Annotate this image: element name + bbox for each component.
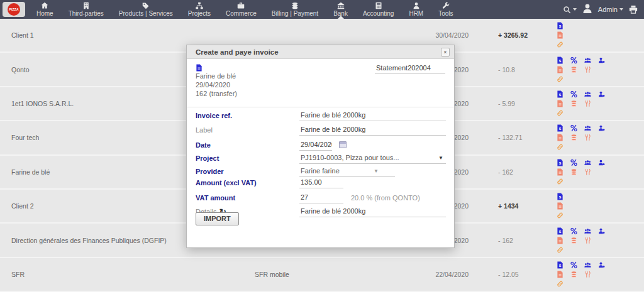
user-circle-icon[interactable] <box>598 57 605 64</box>
coins-icon[interactable] <box>570 271 577 278</box>
nav-item-home[interactable]: Home <box>29 0 61 19</box>
nav-item-commerce[interactable]: Commerce <box>218 0 264 19</box>
user-circle-icon[interactable] <box>598 124 605 132</box>
percent-icon[interactable] <box>570 57 577 64</box>
coins-icon[interactable] <box>570 168 577 176</box>
invoice-dollar-icon[interactable] <box>557 22 564 30</box>
thirdparty-name[interactable]: Four tech <box>11 134 39 141</box>
project-select[interactable]: PJ1910-0003, Pizza pour tous... ▼ <box>299 153 446 164</box>
users-icon[interactable] <box>584 90 591 98</box>
print-button[interactable] <box>629 5 638 14</box>
thirdparty-name[interactable]: Qonto <box>11 66 30 73</box>
users-icon[interactable] <box>584 124 591 132</box>
user-circle-icon[interactable] <box>598 159 605 166</box>
percent-icon[interactable] <box>570 227 577 235</box>
users-icon[interactable] <box>584 57 591 64</box>
thirdparty-name[interactable]: Farine de blé <box>11 168 50 176</box>
nav-item-tools[interactable]: Tools <box>431 0 460 19</box>
nav-item-bank[interactable]: Bank <box>326 0 355 19</box>
thirdparty-name[interactable]: Direction générales des Finances Publiqu… <box>11 237 167 244</box>
link-icon[interactable] <box>557 178 564 185</box>
create-invoice-dialog: Create and paye invoice × Farine de blé … <box>186 45 455 248</box>
percent-icon[interactable] <box>570 90 577 98</box>
wrench-icon <box>442 2 450 9</box>
percent-icon[interactable] <box>570 261 577 269</box>
dialog-header[interactable]: Create and paye invoice × <box>187 45 454 59</box>
file-icon[interactable] <box>557 100 564 107</box>
utensils-icon[interactable] <box>584 100 591 107</box>
transaction-date: 22/04/2020 <box>406 271 469 278</box>
invoice-dollar-icon[interactable] <box>557 193 564 200</box>
invoice-dollar-icon[interactable] <box>557 90 564 98</box>
table-row[interactable]: SFR SFR mobile 22/04/2020 - 12.05 <box>0 258 644 292</box>
user-circle-icon[interactable] <box>598 261 605 269</box>
invoice-dollar-icon[interactable] <box>557 57 564 64</box>
link-icon[interactable] <box>557 143 564 151</box>
invoice-dollar-icon[interactable] <box>557 261 564 269</box>
file-icon[interactable] <box>557 66 564 73</box>
thirdparty-name[interactable]: SFR <box>11 271 25 278</box>
details-input[interactable] <box>299 206 446 217</box>
nav-item-accounting[interactable]: Accounting <box>355 0 401 19</box>
close-icon[interactable]: × <box>441 48 450 57</box>
utensils-icon[interactable] <box>584 134 591 141</box>
invoice-dollar-icon[interactable] <box>557 124 564 132</box>
thirdparty-name[interactable]: Client 1 <box>11 31 34 39</box>
utensils-icon[interactable] <box>584 66 591 73</box>
link-icon[interactable] <box>557 109 564 117</box>
user-menu[interactable]: Admin <box>598 6 623 13</box>
invoice-ref-input[interactable] <box>299 110 446 121</box>
link-icon[interactable] <box>557 75 564 83</box>
thirdparty-name[interactable]: Client 2 <box>11 202 34 210</box>
app-logo[interactable]: PIZZA <box>3 2 25 17</box>
nav-item-products-services[interactable]: Products | Services <box>111 0 180 19</box>
nav-item-billing-payment[interactable]: Billing | Payment <box>264 0 326 19</box>
thirdparty-name[interactable]: 1et1 IONOS S.A.R.L. <box>11 100 74 107</box>
nav-item-third-parties[interactable]: Third-parties <box>61 0 111 19</box>
vat-rate-hint: 20.0 % (from QONTO) <box>351 194 420 202</box>
label-input[interactable] <box>299 124 446 136</box>
invoice-dollar-icon[interactable] <box>557 227 564 235</box>
file-icon[interactable] <box>557 237 564 244</box>
link-icon[interactable] <box>557 212 564 219</box>
file-icon[interactable] <box>557 31 564 39</box>
source-transaction-info: Farine de blé 29/04/2020 162 (transfer) <box>196 72 237 98</box>
utensils-icon[interactable] <box>584 168 591 176</box>
percent-icon[interactable] <box>570 159 577 166</box>
date-input[interactable] <box>299 139 332 151</box>
import-button[interactable]: IMPORT <box>196 212 239 225</box>
link-icon[interactable] <box>557 41 564 48</box>
invoice-dollar-icon[interactable] <box>557 159 564 166</box>
link-icon[interactable] <box>557 280 564 288</box>
nav-item-hrm[interactable]: HRM <box>401 0 431 19</box>
utensils-icon[interactable] <box>584 271 591 278</box>
search-button[interactable] <box>563 6 577 14</box>
file-icon[interactable] <box>557 202 564 210</box>
row-actions <box>557 57 605 83</box>
vat-amount-input[interactable] <box>299 192 343 203</box>
nav-item-projects[interactable]: Projects <box>180 0 218 19</box>
transaction-amount: + 3265.92 <box>498 31 528 39</box>
file-icon[interactable] <box>557 271 564 278</box>
statement-input[interactable] <box>375 63 445 74</box>
link-icon[interactable] <box>557 246 564 254</box>
coins-icon[interactable] <box>570 66 577 73</box>
coins-icon[interactable] <box>570 237 577 244</box>
users-icon[interactable] <box>584 159 591 166</box>
utensils-icon[interactable] <box>584 237 591 244</box>
avatar[interactable] <box>582 3 592 16</box>
pizza-logo-icon: PIZZA <box>8 3 20 16</box>
chevron-down-icon: ▼ <box>374 168 379 174</box>
provider-select[interactable]: Farine farine ▼ <box>299 166 395 177</box>
calendar-icon[interactable] <box>339 141 347 148</box>
coins-icon[interactable] <box>570 100 577 107</box>
user-circle-icon[interactable] <box>598 227 605 235</box>
file-icon[interactable] <box>557 168 564 176</box>
users-icon[interactable] <box>584 261 591 269</box>
amount-input[interactable] <box>299 177 343 188</box>
coins-icon[interactable] <box>570 134 577 141</box>
percent-icon[interactable] <box>570 124 577 132</box>
user-circle-icon[interactable] <box>598 90 605 98</box>
file-icon[interactable] <box>557 134 564 141</box>
users-icon[interactable] <box>584 227 591 235</box>
